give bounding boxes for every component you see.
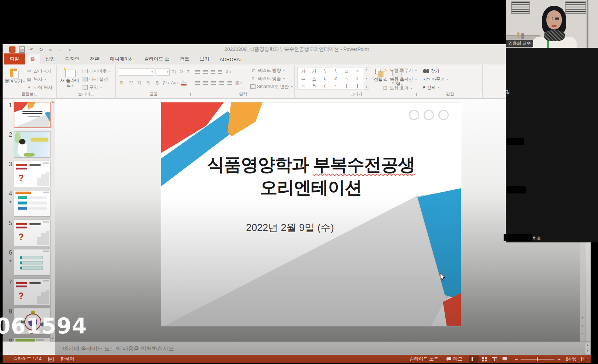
bullets-icon[interactable] (195, 70, 200, 71)
shape-icon[interactable]: \ (324, 68, 326, 74)
italic-icon[interactable]: 가 (128, 80, 133, 86)
numbering-icon[interactable] (203, 70, 208, 71)
slide-title[interactable]: 식품영양학과 부복수전공생 오리엔테이션 (161, 153, 461, 199)
tab-파일[interactable]: 파일 (4, 53, 25, 64)
customize-qat-icon[interactable]: ⸗ (67, 46, 73, 53)
zoom-slider-thumb[interactable] (537, 357, 538, 361)
shape-gallery-more-icon[interactable]: ⇟ (365, 86, 368, 89)
font-name-combo[interactable]: ▾ (119, 69, 154, 76)
notes-scroll-up-icon[interactable]: ▲ (585, 343, 590, 348)
slide-date[interactable]: 2022년 2월 9일 (수) (203, 221, 377, 234)
change-case-icon[interactable]: Aa (172, 80, 178, 86)
font-color-icon[interactable]: 가 (181, 80, 187, 85)
slide-thumbnail-2[interactable]: 2 (3, 130, 55, 160)
zoom-level[interactable]: 84 % (566, 357, 577, 362)
zoom-in-button[interactable]: + (557, 357, 560, 361)
notes-scrollbar[interactable]: ▲ ▼ (585, 343, 590, 354)
justify-icon[interactable] (219, 81, 224, 82)
shape-icon[interactable]: □ (345, 68, 348, 74)
shape-icon[interactable]: 가 (301, 68, 306, 74)
shape-scroll-up-icon[interactable]: ▲ (365, 68, 368, 71)
next-slide-icon[interactable]: ⏷ (580, 331, 585, 336)
redo-icon[interactable]: ↻ (38, 46, 44, 53)
text-direction-button[interactable]: ⇵ 텍스트 방향 (250, 67, 285, 74)
shape-icon[interactable]: ⇩ (355, 75, 359, 82)
find-button[interactable]: 찾기 (423, 67, 439, 75)
bold-icon[interactable]: 가 (119, 80, 125, 86)
slide-thumbnail-5[interactable]: 5? (3, 219, 55, 248)
decrease-indent-icon[interactable] (211, 70, 215, 71)
align-left-icon[interactable] (195, 81, 200, 82)
shape-icon[interactable]: } (357, 83, 358, 89)
thumbnail-scrollbar[interactable]: ▲ ▼ (51, 99, 55, 341)
slide-thumbnail-7[interactable]: 7? (3, 278, 55, 307)
notes-toggle-button[interactable]: 슬라이드 노트 (401, 355, 440, 363)
distribute-icon[interactable] (227, 81, 232, 82)
tab-검토[interactable]: 검토 (175, 54, 195, 64)
slide-thumbnail-6[interactable]: 6★ (3, 248, 55, 278)
undo-icon[interactable]: ↶ (28, 46, 35, 53)
slide-thumbnail-1[interactable]: 1 (3, 101, 55, 130)
new-slide-button[interactable]: 새 슬라이드 (59, 67, 80, 91)
shape-icon[interactable]: ⇨ (345, 75, 348, 82)
font-size-combo[interactable]: ▾ (156, 69, 170, 76)
shape-icon[interactable]: L (324, 75, 326, 82)
shape-outline-button[interactable]: ∠ 도형 윤곽선 (382, 76, 419, 83)
tab-애니메이션[interactable]: 애니메이션 (105, 54, 139, 64)
slide-sorter-view-button[interactable] (479, 356, 489, 363)
slideshow-view-button[interactable] (500, 356, 510, 363)
underline-icon[interactable]: 가 (136, 80, 142, 86)
normal-view-button[interactable] (469, 356, 479, 363)
strikethrough-icon[interactable]: S (145, 80, 151, 86)
proofing-icon[interactable] (48, 357, 54, 361)
slide-thumbnail-9[interactable]: 9 (3, 337, 55, 342)
paste-button[interactable]: 붙여넣기 (4, 67, 25, 91)
format-painter-button[interactable]: ✦ 서식 복사 (26, 84, 52, 91)
touch-mode-icon[interactable]: ◌ (57, 46, 63, 53)
slide-canvas[interactable]: 식품영양학과 부복수전공생 오리엔테이션 2022년 2월 9일 (수) 1 (161, 102, 461, 326)
tab-보기[interactable]: 보기 (195, 54, 215, 64)
copy-button[interactable]: ▤ 복사 (26, 76, 46, 83)
text-shadow-icon[interactable]: S (154, 80, 160, 86)
drawing-dialog-launcher[interactable] (414, 93, 417, 96)
character-spacing-icon[interactable]: 간 (163, 80, 169, 86)
align-text-button[interactable]: ⇳ 텍스트 맞춤 (250, 75, 285, 82)
editing-dialog-launcher[interactable] (478, 93, 481, 96)
align-center-icon[interactable] (203, 81, 208, 82)
select-button[interactable]: 선택 (423, 84, 439, 91)
shape-fill-button[interactable]: ◇ 도형 채우기 (382, 67, 419, 74)
zoom-slider[interactable] (521, 359, 554, 360)
notes-scroll-down-icon[interactable]: ▼ (585, 349, 590, 354)
zoom-out-button[interactable]: − (515, 357, 518, 361)
align-right-icon[interactable] (211, 81, 216, 82)
tab-슬라이드 쇼[interactable]: 슬라이드 쇼 (139, 54, 175, 64)
reset-button[interactable]: 다시 설정 (83, 76, 108, 83)
tab-삽입[interactable]: 삽입 (40, 54, 60, 64)
slide-thumbnail-8[interactable]: 8 (3, 307, 55, 337)
slide-thumbnail-4[interactable]: 4★ (3, 189, 55, 219)
shape-icon[interactable]: \ (335, 68, 336, 74)
paragraph-dialog-launcher[interactable] (290, 93, 293, 96)
reading-view-button[interactable] (490, 356, 499, 363)
cut-button[interactable]: ✂ 잘라내기 (26, 67, 51, 75)
shape-icon[interactable]: ○ (356, 68, 359, 74)
shrink-font-icon[interactable]: 가 (178, 69, 184, 75)
shape-scroll-down-icon[interactable]: ▼ (365, 77, 368, 80)
previous-slide-icon[interactable]: ⏶ (580, 323, 585, 329)
tab-ACROBAT[interactable]: ACROBAT (215, 55, 248, 64)
shape-icon[interactable]: Z (334, 75, 337, 82)
increase-indent-icon[interactable] (218, 70, 222, 71)
shape-icon[interactable]: ⌂ (302, 83, 305, 89)
tab-홈[interactable]: 홈 (25, 54, 40, 64)
layout-button[interactable]: 레이아웃 (83, 67, 111, 75)
shape-icon[interactable]: { (346, 83, 347, 89)
shape-icon[interactable]: ~ (334, 83, 337, 89)
thumbnail-scroll-up-icon[interactable]: ▲ (51, 100, 54, 104)
shape-icon[interactable]: 가 (312, 68, 316, 74)
shape-icon[interactable]: ▭ (301, 75, 305, 82)
grow-font-icon[interactable]: 가 (171, 69, 177, 75)
fit-to-window-icon[interactable] (581, 357, 586, 361)
replace-button[interactable]: 가↷ 바꾸기 (423, 76, 448, 83)
start-slideshow-icon[interactable]: ▻ (48, 46, 54, 53)
thumbnail-scroll-down-icon[interactable]: ▼ (51, 337, 54, 340)
